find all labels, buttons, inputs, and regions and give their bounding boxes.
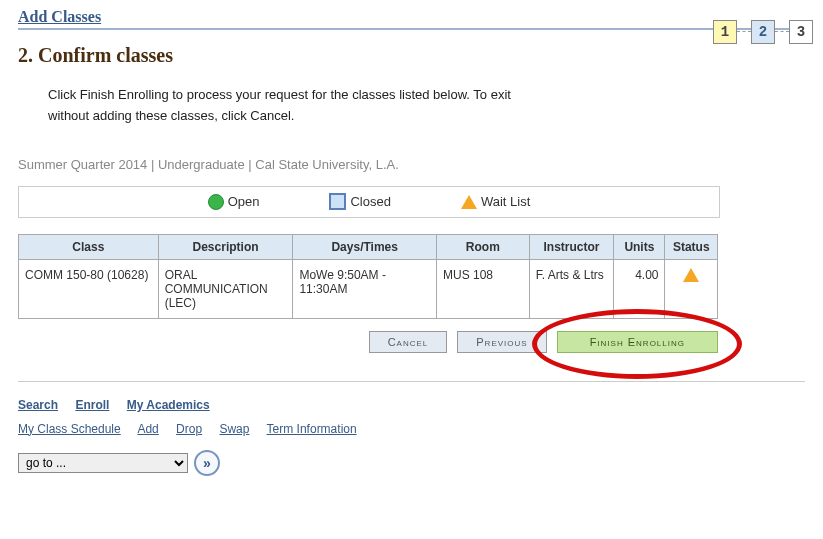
step-3: 3 <box>789 20 813 44</box>
cell-class: COMM 150-80 (10628) <box>19 259 159 318</box>
waitlist-icon <box>683 268 699 282</box>
enroll-link[interactable]: Enroll <box>75 398 109 412</box>
col-status: Status <box>665 234 718 259</box>
open-icon <box>208 194 224 210</box>
goto-row: go to ... » <box>18 450 805 476</box>
col-units: Units <box>614 234 665 259</box>
section-title: 2. Confirm classes <box>18 44 805 67</box>
cell-status <box>665 259 718 318</box>
swap-link[interactable]: Swap <box>219 422 249 436</box>
add-link[interactable]: Add <box>137 422 158 436</box>
legend-waitlist: Wait List <box>461 194 530 209</box>
finish-enrolling-button[interactable]: Finish Enrolling <box>557 331 718 353</box>
cancel-button[interactable]: Cancel <box>369 331 448 353</box>
search-link[interactable]: Search <box>18 398 58 412</box>
bottom-secondary-nav: My Class Schedule Add Drop Swap Term Inf… <box>18 422 805 436</box>
legend-open: Open <box>208 194 260 210</box>
cell-description: ORAL COMMUNICATION (LEC) <box>158 259 293 318</box>
bottom-primary-nav: Search Enroll My Academics <box>18 398 805 412</box>
table-header-row: Class Description Days/Times Room Instru… <box>19 234 718 259</box>
my-class-schedule-link[interactable]: My Class Schedule <box>18 422 121 436</box>
divider <box>18 381 805 382</box>
legend-waitlist-label: Wait List <box>481 194 530 209</box>
drop-link[interactable]: Drop <box>176 422 202 436</box>
table-row: COMM 150-80 (10628) ORAL COMMUNICATION (… <box>19 259 718 318</box>
col-class: Class <box>19 234 159 259</box>
instruction-line-2: without adding these classes, click Canc… <box>48 108 294 123</box>
col-days: Days/Times <box>293 234 437 259</box>
legend-closed-label: Closed <box>350 194 390 209</box>
term-info: Summer Quarter 2014 | Undergraduate | Ca… <box>18 157 805 172</box>
page-title: Add Classes <box>18 8 805 30</box>
goto-select[interactable]: go to ... <box>18 453 188 473</box>
cell-instructor: F. Arts & Ltrs <box>529 259 614 318</box>
cell-units: 4.00 <box>614 259 665 318</box>
legend-open-label: Open <box>228 194 260 209</box>
step-separator <box>737 31 751 33</box>
step-indicator: 1 2 3 <box>713 20 813 44</box>
col-instructor: Instructor <box>529 234 614 259</box>
waitlist-icon <box>461 195 477 209</box>
cell-room: MUS 108 <box>436 259 529 318</box>
my-academics-link[interactable]: My Academics <box>127 398 210 412</box>
step-separator <box>775 31 789 33</box>
step-2: 2 <box>751 20 775 44</box>
step-1: 1 <box>713 20 737 44</box>
classes-table: Class Description Days/Times Room Instru… <box>18 234 718 319</box>
col-description: Description <box>158 234 293 259</box>
chevron-right-icon: » <box>203 455 211 471</box>
instruction-text: Click Finish Enrolling to process your r… <box>48 85 748 127</box>
closed-icon <box>329 193 346 210</box>
legend-closed: Closed <box>329 193 390 210</box>
action-buttons: Cancel Previous Finish Enrolling <box>18 331 718 353</box>
status-legend: Open Closed Wait List <box>18 186 720 218</box>
goto-button[interactable]: » <box>194 450 220 476</box>
previous-button[interactable]: Previous <box>457 331 546 353</box>
instruction-line-1: Click Finish Enrolling to process your r… <box>48 87 511 102</box>
cell-days: MoWe 9:50AM - 11:30AM <box>293 259 437 318</box>
term-information-link[interactable]: Term Information <box>267 422 357 436</box>
col-room: Room <box>436 234 529 259</box>
